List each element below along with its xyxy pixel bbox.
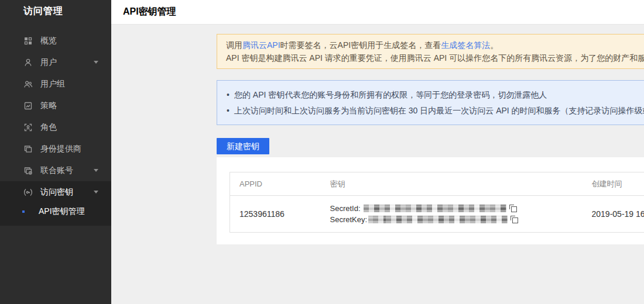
chevron-down-icon <box>94 191 98 194</box>
sidebar-item-label: 联合账号 <box>40 165 73 176</box>
copy-icon[interactable] <box>509 205 517 212</box>
warning-text: 调用 <box>226 40 242 50</box>
chevron-down-icon <box>94 61 98 64</box>
sidebar-title: 访问管理 <box>0 0 111 18</box>
sidebar-item-access-keys[interactable]: 访问密钥 <box>0 181 111 203</box>
api-keys-card: APPID 密钥 创建时间 1253961186 SecretId: <box>217 157 644 244</box>
sidebar-item-policies[interactable]: 策略 <box>0 95 111 116</box>
sidebar-item-label: 策略 <box>40 101 57 111</box>
sidebar-item-label: 用户 <box>40 57 57 68</box>
user-group-icon <box>23 80 33 89</box>
signature-algorithm-link[interactable]: 生成签名算法 <box>441 40 490 50</box>
secret-id-redacted <box>364 205 506 212</box>
sidebar-item-label: 概览 <box>40 36 57 46</box>
info-bullet: • 您的 API 密钥代表您的账号身份和所拥有的权限，等同于您的登录密码，切勿泄… <box>227 88 644 102</box>
sidebar-item-federated-accounts[interactable]: 联合账号 <box>0 160 111 181</box>
role-icon <box>23 123 33 132</box>
page-title: API密钥管理 <box>123 6 176 18</box>
table-row: 1253961186 SecretId: SecretKey: <box>230 196 644 233</box>
bullet-icon: • <box>227 88 229 102</box>
secret-id-line: SecretId: <box>330 203 583 214</box>
warning-text: 。 <box>490 40 498 50</box>
sidebar-nav: 概览 用户 用户组 策略 角色 <box>0 30 111 226</box>
sidebar-item-roles[interactable]: 角色 <box>0 116 111 138</box>
chevron-down-icon <box>94 169 98 172</box>
info-bullet-text: 上次访问时间和上次访问服务为当前访问密钥在 30 日内最近一次访问云 API 的… <box>234 103 644 118</box>
warning-line-1: 调用腾讯云API时需要签名，云API密钥用于生成签名，查看生成签名算法。 <box>226 39 644 51</box>
page-header: API密钥管理 <box>111 0 644 25</box>
sidebar: 访问管理 概览 用户 用户组 策略 <box>0 0 111 304</box>
federated-account-icon <box>23 166 33 175</box>
info-notice: • 您的 API 密钥代表您的账号身份和所拥有的权限，等同于您的登录密码，切勿泄… <box>217 80 644 125</box>
warning-line-2: API 密钥是构建腾讯云 API 请求的重要凭证，使用腾讯云 API 可以操作您… <box>226 51 644 64</box>
sidebar-item-users[interactable]: 用户 <box>0 51 111 73</box>
sidebar-item-label: 用户组 <box>40 79 65 89</box>
secret-key-line: SecretKey: <box>330 214 583 225</box>
secret-key-label: SecretKey: <box>330 215 368 224</box>
sidebar-item-label: 访问密钥 <box>40 187 73 198</box>
secret-key-redacted <box>368 216 508 223</box>
warning-text: 时需要签名，云API密钥用于生成签名，查看 <box>280 40 441 50</box>
active-dot <box>22 210 25 213</box>
access-key-icon <box>23 188 33 197</box>
sidebar-subitem-label: API密钥管理 <box>39 206 85 217</box>
sidebar-item-overview[interactable]: 概览 <box>0 30 111 51</box>
sidebar-item-label: 身份提供商 <box>40 144 81 154</box>
sidebar-item-user-groups[interactable]: 用户组 <box>0 73 111 95</box>
tencent-cloud-api-link[interactable]: 腾讯云API <box>242 40 280 50</box>
bullet-icon: • <box>227 103 229 118</box>
content-area: 调用腾讯云API时需要签名，云API密钥用于生成签名，查看生成签名算法。 API… <box>111 25 644 244</box>
sidebar-section-access-keys: 访问密钥 API密钥管理 <box>0 181 111 226</box>
create-key-button[interactable]: 新建密钥 <box>217 138 269 154</box>
table-header-row: APPID 密钥 创建时间 <box>230 172 644 196</box>
api-keys-table: APPID 密钥 创建时间 1253961186 SecretId: <box>229 172 644 233</box>
main-area: API密钥管理 调用腾讯云API时需要签名，云API密钥用于生成签名，查看生成签… <box>111 0 644 244</box>
sidebar-item-label: 角色 <box>40 122 57 133</box>
sidebar-subitem-api-key-management[interactable]: API密钥管理 <box>0 203 111 220</box>
column-header-secret: 密钥 <box>321 172 583 196</box>
column-header-appid: APPID <box>230 172 321 196</box>
user-icon <box>23 58 33 67</box>
column-header-created: 创建时间 <box>583 172 644 196</box>
created-time-value: 2019-05-19 16:0 <box>592 209 644 219</box>
sidebar-item-identity-providers[interactable]: 身份提供商 <box>0 138 111 160</box>
copy-icon[interactable] <box>511 216 518 223</box>
warning-notice: 调用腾讯云API时需要签名，云API密钥用于生成签名，查看生成签名算法。 API… <box>217 34 644 69</box>
secret-id-label: SecretId: <box>330 204 361 213</box>
overview-icon <box>23 36 33 46</box>
appid-value: 1253961186 <box>239 209 285 219</box>
policy-icon <box>23 101 33 110</box>
info-bullet: • 上次访问时间和上次访问服务为当前访问密钥在 30 日内最近一次访问云 API… <box>227 103 644 118</box>
info-bullet-text: 您的 API 密钥代表您的账号身份和所拥有的权限，等同于您的登录密码，切勿泄露他… <box>234 88 547 102</box>
identity-provider-icon <box>23 144 33 154</box>
